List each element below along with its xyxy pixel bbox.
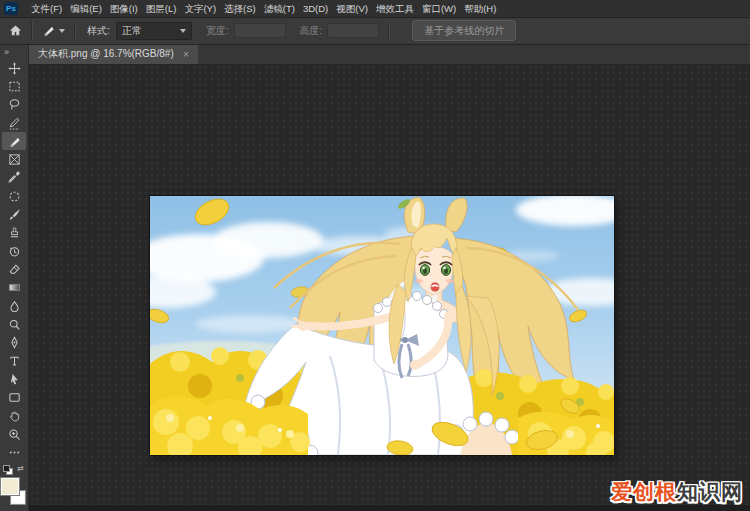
ellipsis-icon <box>8 446 21 459</box>
type-tool[interactable] <box>2 352 26 370</box>
site-watermark: 爱创根知识网 <box>611 478 743 506</box>
slice-icon <box>8 135 21 148</box>
watermark-highlight-text: 爱创根 <box>611 480 677 503</box>
menu-item[interactable]: 图像(I) <box>106 0 142 17</box>
anime-illustration <box>150 196 614 455</box>
history-brush-icon <box>8 245 21 258</box>
frame-icon <box>8 153 21 166</box>
home-button[interactable] <box>9 24 22 37</box>
spot-healing-tool[interactable] <box>2 187 26 205</box>
divider <box>388 22 390 39</box>
eyedropper-tool[interactable] <box>2 169 26 187</box>
zoom-icon <box>8 428 21 441</box>
tools-panel: » ⇄ <box>0 44 29 511</box>
menu-item[interactable]: 视图(V) <box>332 0 372 17</box>
move-tool[interactable] <box>2 59 26 77</box>
collapse-panel-button[interactable]: » <box>0 44 28 59</box>
menu-bar: Ps 文件(F)编辑(E)图像(I)图层(L)文字(Y)选择(S)滤镜(T)3D… <box>0 0 750 18</box>
toolbar-options[interactable] <box>2 443 26 461</box>
path-select-icon <box>8 373 21 386</box>
style-label: 样式: <box>87 24 110 38</box>
type-icon <box>8 354 21 367</box>
chevron-down-icon <box>59 29 65 33</box>
clone-stamp-tool[interactable] <box>2 224 26 242</box>
gradient-icon <box>8 281 21 294</box>
rectangle-tool[interactable] <box>2 388 26 406</box>
lasso-icon <box>8 98 21 111</box>
style-dropdown-value: 正常 <box>122 24 142 38</box>
menu-item[interactable]: 图层(L) <box>142 0 181 17</box>
swap-colors-icon[interactable]: ⇄ <box>17 464 24 474</box>
frame-tool[interactable] <box>2 150 26 168</box>
close-icon[interactable]: × <box>183 49 189 59</box>
path-selection-tool[interactable] <box>2 370 26 388</box>
menu-item[interactable]: 窗口(W) <box>418 0 460 17</box>
document-tab-title: 大体积.png @ 16.7%(RGB/8#) <box>38 47 174 61</box>
object-select-icon <box>8 117 21 130</box>
double-chevron-icon: » <box>4 47 9 57</box>
menu-list: 文件(F)编辑(E)图像(I)图层(L)文字(Y)选择(S)滤镜(T)3D(D)… <box>27 0 500 17</box>
tool-list <box>2 59 26 462</box>
brush-icon <box>8 208 21 221</box>
slices-from-guides-button[interactable]: 基于参考线的切片 <box>412 20 516 41</box>
menu-item[interactable]: 文件(F) <box>27 0 66 17</box>
eyedropper-icon <box>8 171 21 184</box>
slice-icon <box>42 24 55 37</box>
menu-item[interactable]: 文字(Y) <box>180 0 220 17</box>
foreground-color-swatch[interactable] <box>1 478 19 495</box>
slice-tool[interactable] <box>2 132 26 150</box>
zoom-tool[interactable] <box>2 425 26 443</box>
watermark-rest-text: 知识网 <box>677 480 743 503</box>
tool-options-bar: 样式: 正常 宽度: 高度: 基于参考线的切片 <box>0 17 750 45</box>
style-dropdown[interactable]: 正常 <box>116 22 192 40</box>
menu-item[interactable]: 增效工具 <box>372 0 418 17</box>
move-icon <box>8 62 21 75</box>
menu-item[interactable]: 选择(S) <box>220 0 260 17</box>
menu-item[interactable]: 帮助(H) <box>460 0 500 17</box>
divider <box>74 22 76 39</box>
color-swatches <box>1 478 27 505</box>
marquee-icon <box>8 80 21 93</box>
photoshop-window: Ps 文件(F)编辑(E)图像(I)图层(L)文字(Y)选择(S)滤镜(T)3D… <box>0 0 750 511</box>
blur-tool[interactable] <box>2 297 26 315</box>
history-brush-tool[interactable] <box>2 242 26 260</box>
chevron-down-icon <box>180 29 186 33</box>
dodge-tool[interactable] <box>2 315 26 333</box>
current-tool-preset[interactable] <box>42 24 65 37</box>
menu-item[interactable]: 滤镜(T) <box>260 0 299 17</box>
dodge-icon <box>8 318 21 331</box>
gradient-tool[interactable] <box>2 279 26 297</box>
menu-item[interactable]: 编辑(E) <box>66 0 106 17</box>
marquee-tool[interactable] <box>2 77 26 95</box>
stamp-icon <box>8 226 21 239</box>
height-input[interactable] <box>327 23 379 38</box>
object-selection-tool[interactable] <box>2 114 26 132</box>
default-foreground-swatch <box>3 465 10 472</box>
healing-icon <box>8 190 21 203</box>
height-label: 高度: <box>300 24 323 38</box>
default-colors-widget[interactable]: ⇄ <box>3 464 25 477</box>
lasso-tool[interactable] <box>2 96 26 114</box>
photoshop-logo-icon[interactable]: Ps <box>4 2 18 15</box>
menu-item[interactable]: 3D(D) <box>299 0 332 17</box>
brush-tool[interactable] <box>2 205 26 223</box>
girl-hand <box>410 360 420 370</box>
girl-mouth <box>431 283 439 291</box>
hand-tool[interactable] <box>2 407 26 425</box>
width-label: 宽度: <box>206 24 229 38</box>
width-input[interactable] <box>234 23 286 38</box>
pen-tool[interactable] <box>2 333 26 351</box>
hand-icon <box>8 409 21 422</box>
document-image[interactable] <box>150 196 614 455</box>
divider <box>31 22 33 39</box>
pen-icon <box>8 336 21 349</box>
document-tab-bar: 大体积.png @ 16.7%(RGB/8#) × <box>29 44 750 64</box>
blur-icon <box>8 300 21 313</box>
eraser-icon <box>8 263 21 276</box>
document-tab[interactable]: 大体积.png @ 16.7%(RGB/8#) × <box>29 44 198 64</box>
home-icon <box>9 24 22 37</box>
rectangle-icon <box>8 391 21 404</box>
eraser-tool[interactable] <box>2 260 26 278</box>
